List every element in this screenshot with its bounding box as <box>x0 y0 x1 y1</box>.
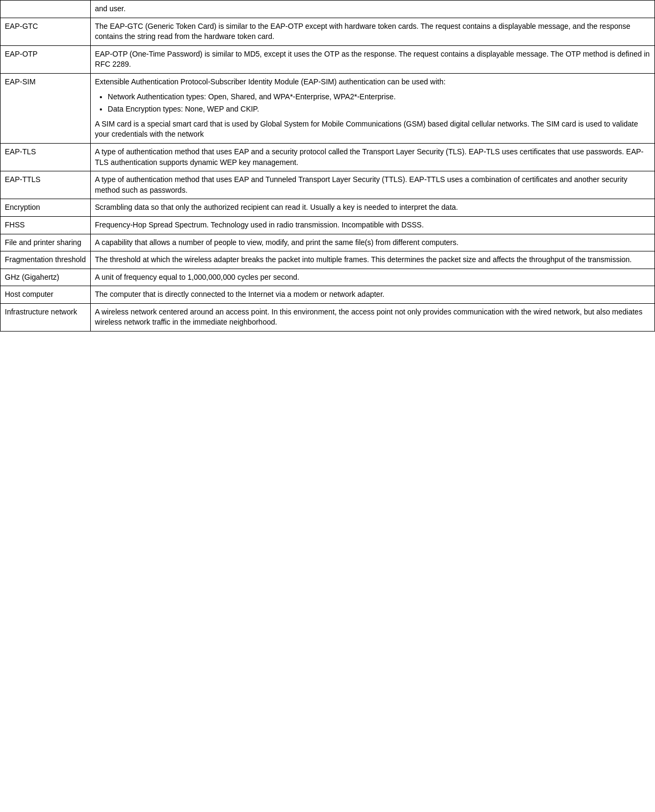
term-cell: EAP-TLS <box>1 143 91 171</box>
term-cell: Host computer <box>1 286 91 304</box>
term-cell: FHSS <box>1 216 91 234</box>
term-cell: Infrastructure network <box>1 303 91 331</box>
term-cell: Encryption <box>1 199 91 217</box>
table-row: File and printer sharingA capability tha… <box>1 234 655 251</box>
glossary-table: and user.EAP-GTCThe EAP-GTC (Generic Tok… <box>0 0 655 332</box>
definition-cell: EAP-OTP (One-Time Password) is similar t… <box>90 45 654 73</box>
term-cell: GHz (Gigahertz) <box>1 269 91 286</box>
definition-cell: The EAP-GTC (Generic Token Card) is simi… <box>90 18 654 45</box>
table-row: EncryptionScrambling data so that only t… <box>1 199 655 217</box>
definition-cell: A capability that allows a number of peo… <box>90 234 654 251</box>
term-cell: EAP-OTP <box>1 45 91 73</box>
table-row: GHz (Gigahertz)A unit of frequency equal… <box>1 269 655 286</box>
definition-cell: A unit of frequency equal to 1,000,000,0… <box>90 269 654 286</box>
definition-cell: A type of authentication method that use… <box>90 143 654 171</box>
term-cell: EAP-TTLS <box>1 171 91 199</box>
term-cell: EAP-GTC <box>1 18 91 45</box>
definition-cell: and user. <box>90 1 654 18</box>
term-cell: File and printer sharing <box>1 234 91 251</box>
table-row: FHSSFrequency-Hop Spread Spectrum. Techn… <box>1 216 655 234</box>
table-row: EAP-OTPEAP-OTP (One-Time Password) is si… <box>1 45 655 73</box>
definition-cell: Extensible Authentication Protocol-Subsc… <box>90 73 654 143</box>
definition-cell: A type of authentication method that use… <box>90 171 654 199</box>
table-row: EAP-TTLSA type of authentication method … <box>1 171 655 199</box>
table-row: Fragmentation thresholdThe threshold at … <box>1 251 655 269</box>
table-row: and user. <box>1 1 655 18</box>
list-item: Data Encryption types: None, WEP and CKI… <box>108 104 650 115</box>
list-item: Network Authentication types: Open, Shar… <box>108 92 650 103</box>
term-cell: EAP-SIM <box>1 73 91 143</box>
definition-cell: Scrambling data so that only the authori… <box>90 199 654 217</box>
table-row: Host computerThe computer that is direct… <box>1 286 655 304</box>
term-cell <box>1 1 91 18</box>
definition-cell: Frequency-Hop Spread Spectrum. Technolog… <box>90 216 654 234</box>
definition-cell: The threshold at which the wireless adap… <box>90 251 654 269</box>
table-row: EAP-TLSA type of authentication method t… <box>1 143 655 171</box>
table-row: EAP-SIMExtensible Authentication Protoco… <box>1 73 655 143</box>
table-row: EAP-GTCThe EAP-GTC (Generic Token Card) … <box>1 18 655 45</box>
definition-cell: The computer that is directly connected … <box>90 286 654 304</box>
table-row: Infrastructure networkA wireless network… <box>1 303 655 331</box>
term-cell: Fragmentation threshold <box>1 251 91 269</box>
definition-cell: A wireless network centered around an ac… <box>90 303 654 331</box>
